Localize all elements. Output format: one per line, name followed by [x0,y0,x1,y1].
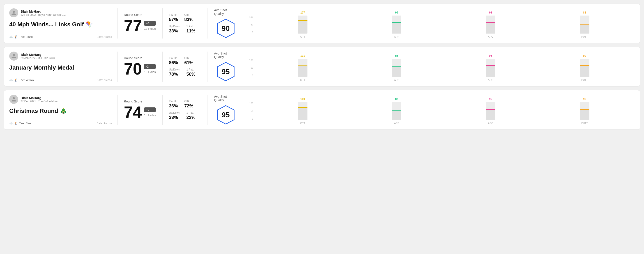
round-title: January Monthly Medal [9,64,112,71]
fw-hit-label: FW Hit [169,13,178,16]
bar-track [580,15,590,33]
y-axis: 100500 [249,59,253,81]
bar-group-arg: 98ARG [446,11,536,38]
card-footer: ☁️🏌️Tee: BlueData: Arccos [9,122,112,125]
bar-fill [298,65,308,77]
quality-label: Avg Shot Quality [214,95,237,102]
score-row: 77+518 Holes [124,17,156,34]
quality-score: 95 [222,111,230,119]
y-axis-label: 0 [252,117,253,120]
one-putt-label: 1 Putt [186,111,195,114]
one-putt-value: 22% [186,115,195,120]
one-putt-label: 1 Putt [186,68,195,71]
bar-track [580,102,590,120]
bar-x-label: APP [394,35,399,38]
y-axis-label: 50 [250,23,253,26]
hexagon-container: 90 [216,18,236,38]
bar-accent-line [580,109,590,110]
score-label: Round Score [124,100,156,103]
stat-fw-hit: FW Hit36% [169,100,178,109]
user-row: Blair McHarg12 Feb 2022 · Royal North De… [9,8,112,17]
bar-value-label: 110 [300,98,305,101]
up-down-value: 78% [169,72,180,77]
quality-label: Avg Shot Quality [214,52,237,59]
stats-section: FW Hit36%GIR72%Up/Down33%1 Putt22% [163,95,208,125]
bar-accent-line [486,109,495,110]
y-axis-label: 0 [252,74,253,77]
score-number: 74 [124,104,142,120]
bar-x-label: OTT [300,122,305,125]
bar-value-label: 87 [395,98,398,101]
tee-info: ☁️🏌️Tee: Yellow [9,78,34,82]
y-axis-label: 100 [249,102,253,105]
fw-hit-value: 36% [169,103,178,109]
bar-x-label: OTT [300,35,305,38]
bag-icon: 🏌️ [14,122,18,125]
bar-value-label: 95 [489,98,492,101]
y-axis-label: 50 [250,66,253,69]
avatar [9,8,18,17]
bar-x-label: ARG [488,35,493,38]
bar-value-label: 99 [583,54,586,57]
round-card: Blair McHarg12 Feb 2022 · Royal North De… [4,3,640,43]
score-badge: -2 [144,64,156,69]
up-down-label: Up/Down [169,25,180,28]
y-axis-label: 100 [249,15,253,18]
gir-value: 61% [184,60,193,65]
up-down-label: Up/Down [169,68,180,71]
stats-row-1: FW Hit36%GIR72% [169,100,201,109]
bar-track [486,102,495,120]
round-card: Blair McHarg27 Dec 2021 · The Oxfordshir… [4,90,640,130]
holes-label: 18 Holes [144,114,156,117]
avatar [9,95,18,104]
user-info: Blair McHarg29 Jan 2022 · Mill Ride GCC [20,53,55,60]
stats-row-2: Up/Down78%1 Putt56% [169,68,201,77]
score-section: Round Score77+518 Holes [118,8,163,38]
bag-icon: 🏌️ [14,35,18,38]
bar-accent-line [392,22,401,23]
data-source: Data: Arccos [96,79,112,82]
bar-fill [580,65,590,77]
card-left-section: Blair McHarg12 Feb 2022 · Royal North De… [9,8,118,38]
bar-value-label: 98 [489,11,492,14]
score-badge-col: +518 Holes [144,21,156,30]
fw-hit-label: FW Hit [169,100,178,103]
y-axis-label: 50 [250,110,253,112]
tee-info: ☁️🏌️Tee: Blue [9,122,31,125]
score-section: Round Score74+218 Holes [118,95,163,125]
up-down-value: 33% [169,115,180,120]
card-left-section: Blair McHarg29 Jan 2022 · Mill Ride GCCJ… [9,52,118,82]
tee-label: Tee: Yellow [19,78,34,82]
bar-group-arg: 95ARG [446,98,536,125]
stat-up-down: Up/Down33% [169,25,180,33]
quality-score: 90 [222,24,230,33]
stats-row-2: Up/Down33%1 Putt22% [169,111,201,120]
stat-one-putt: 1 Putt22% [186,111,195,120]
bar-track [486,59,495,77]
stat-fw-hit: FW Hit57% [169,13,178,22]
round-title: Christmas Round 🎄 [9,107,112,114]
y-axis-label: 100 [249,59,253,61]
round-title: 40 Mph Winds... Links Golf 🪁 [9,21,112,28]
fw-hit-value: 86% [169,60,178,65]
bar-fill [580,24,590,33]
quality-section: Avg Shot Quality 90 [208,8,244,38]
bar-fill [486,109,495,120]
bar-accent-line [298,107,308,108]
fw-hit-label: FW Hit [169,57,178,60]
bar-fill [298,20,308,33]
one-putt-label: 1 Putt [186,25,195,28]
y-axis: 100500 [249,15,253,38]
bar-fill [392,22,401,33]
bar-fill [486,22,495,33]
bar-fill [580,109,590,120]
score-label: Round Score [124,13,156,17]
bar-group-ott: 101OTT [258,54,348,81]
stat-one-putt: 1 Putt11% [186,25,195,33]
score-badge-col: +218 Holes [144,107,156,117]
bar-group-ott: 107OTT [258,11,348,38]
card-footer: ☁️🏌️Tee: BlackData: Arccos [9,35,112,38]
stats-section: FW Hit86%GIR61%Up/Down78%1 Putt56% [163,52,208,82]
quality-label: Avg Shot Quality [214,8,237,15]
tee-label: Tee: Black [19,35,33,38]
